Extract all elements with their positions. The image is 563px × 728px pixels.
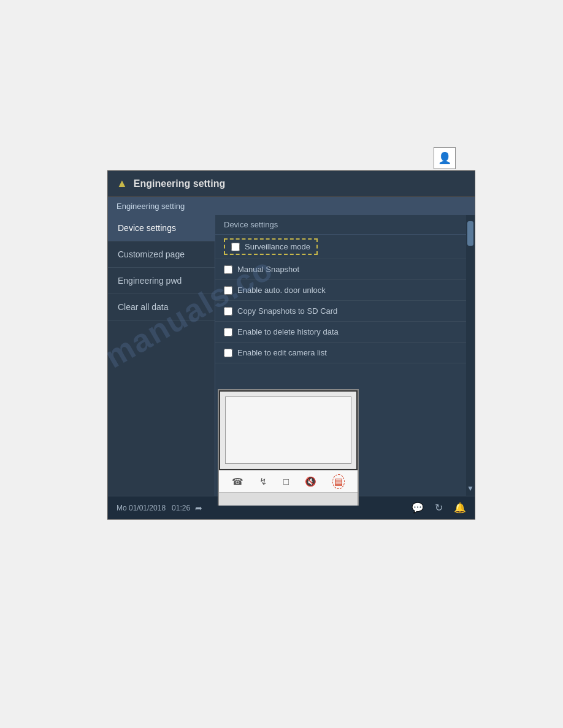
surveillance-mode-label: Surveillance mode xyxy=(245,242,310,251)
user-icon: 👤 xyxy=(438,151,451,165)
manual-snapshot-checkbox[interactable] xyxy=(224,265,232,274)
bell-icon[interactable]: 🔔 xyxy=(454,502,466,514)
sub-header-label: Engineering setting xyxy=(117,202,185,211)
sidebar-item-device-settings[interactable]: Device settings xyxy=(108,215,215,241)
sidebar-item-customized-page[interactable]: Customized page xyxy=(108,241,215,268)
popup-controls: ☎ ↯ □ 🔇 ▤ xyxy=(219,470,358,492)
sidebar-item-clear-all-data[interactable]: Clear all data xyxy=(108,294,215,320)
auto-door-unlock-label: Enable auto. door unlock xyxy=(237,286,326,295)
scrollbar[interactable]: ▼ xyxy=(466,215,475,496)
status-date: Mo 01/01/2018 xyxy=(117,504,166,512)
sidebar-item-engineering-pwd[interactable]: Engineering pwd xyxy=(108,268,215,294)
title-bar: ▲ Engineering setting xyxy=(108,171,475,197)
copy-snapshots-item: Copy Snapshots to SD Card xyxy=(215,301,475,322)
phone-icon[interactable]: ☎ xyxy=(232,476,243,487)
camera-view xyxy=(219,390,358,470)
key-icon[interactable]: ↯ xyxy=(259,476,267,487)
copy-snapshots-label: Copy Snapshots to SD Card xyxy=(237,306,337,316)
scroll-down-arrow[interactable]: ▼ xyxy=(467,484,474,493)
section-header-label: Device settings xyxy=(224,220,278,229)
back-arrow[interactable]: ▲ xyxy=(117,177,128,190)
mute-icon[interactable]: 🔇 xyxy=(305,476,316,487)
delete-history-checkbox[interactable] xyxy=(224,328,232,336)
surveillance-mode-wrapper: Surveillance mode xyxy=(215,235,475,259)
edit-camera-item: Enable to edit camera list xyxy=(215,343,475,363)
status-time: 01:26 xyxy=(172,504,190,512)
sub-header: Engineering setting xyxy=(108,197,475,215)
manual-snapshot-item: Manual Snapshot xyxy=(215,259,475,280)
popup-panel: ☎ ↯ □ 🔇 ▤ xyxy=(218,389,359,506)
sidebar-label-clear-all-data: Clear all data xyxy=(118,302,169,312)
delete-history-item: Enable to delete history data xyxy=(215,322,475,343)
copy-snapshots-checkbox[interactable] xyxy=(224,307,232,316)
left-sidebar: Device settings Customized page Engineer… xyxy=(108,215,215,496)
logout-icon[interactable]: ➦ xyxy=(195,503,202,513)
popup-bottom-bar xyxy=(219,492,358,506)
scroll-thumb[interactable] xyxy=(467,221,473,246)
user-icon-container: 👤 xyxy=(434,147,456,169)
surveillance-mode-checkbox[interactable] xyxy=(231,243,240,251)
snapshot-icon[interactable]: ▤ xyxy=(332,474,345,489)
square-icon[interactable]: □ xyxy=(283,476,289,487)
status-icons: 💬 ↻ 🔔 xyxy=(412,502,466,514)
edit-camera-label: Enable to edit camera list xyxy=(237,348,327,357)
sidebar-label-customized-page: Customized page xyxy=(118,249,185,259)
section-header: Device settings xyxy=(215,215,475,235)
sidebar-label-engineering-pwd: Engineering pwd xyxy=(118,276,182,286)
page-title: Engineering setting xyxy=(134,178,225,189)
edit-camera-checkbox[interactable] xyxy=(224,349,232,357)
manual-snapshot-label: Manual Snapshot xyxy=(237,265,299,274)
camera-inner-frame xyxy=(225,396,351,464)
chat-icon[interactable]: 💬 xyxy=(412,502,424,514)
refresh-icon[interactable]: ↻ xyxy=(435,502,443,514)
delete-history-label: Enable to delete history data xyxy=(237,327,339,336)
auto-door-unlock-item: Enable auto. door unlock xyxy=(215,280,475,301)
surveillance-mode-highlight: Surveillance mode xyxy=(224,238,318,255)
auto-door-unlock-checkbox[interactable] xyxy=(224,286,232,295)
sidebar-label-device-settings: Device settings xyxy=(118,223,176,233)
